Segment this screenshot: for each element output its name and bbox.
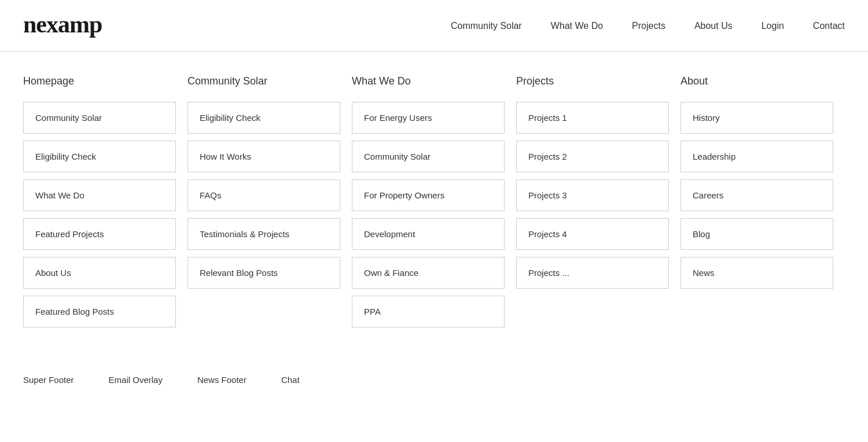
nav-contact[interactable]: Contact	[813, 21, 845, 31]
column-projects: ProjectsProjects 1Projects 2Projects 3Pr…	[516, 75, 681, 334]
main-content: HomepageCommunity SolarEligibility Check…	[0, 52, 868, 346]
column-about: AboutHistoryLeadershipCareersBlogNews	[681, 75, 845, 334]
nav-card-homepage-2[interactable]: What We Do	[23, 179, 176, 211]
main-nav: Community Solar What We Do Projects Abou…	[451, 21, 845, 31]
nav-card-what-we-do-4[interactable]: Own & Fiance	[352, 257, 505, 289]
nav-card-about-4[interactable]: News	[681, 257, 833, 289]
nav-card-projects-1[interactable]: Projects 2	[516, 141, 669, 172]
column-title-about: About	[681, 75, 833, 90]
nav-card-what-we-do-5[interactable]: PPA	[352, 296, 505, 327]
column-community-solar: Community SolarEligibility CheckHow It W…	[187, 75, 352, 334]
column-title-homepage: Homepage	[23, 75, 176, 90]
nav-card-projects-2[interactable]: Projects 3	[516, 179, 669, 211]
nav-projects[interactable]: Projects	[632, 21, 665, 31]
columns-wrapper: HomepageCommunity SolarEligibility Check…	[23, 75, 845, 334]
footer-item-2[interactable]: News Footer	[197, 375, 247, 385]
nav-card-homepage-5[interactable]: Featured Blog Posts	[23, 296, 176, 327]
nav-community-solar[interactable]: Community Solar	[451, 21, 522, 31]
nav-card-what-we-do-3[interactable]: Development	[352, 218, 505, 250]
nav-card-about-1[interactable]: Leadership	[681, 141, 833, 172]
nav-card-community-solar-2[interactable]: FAQs	[187, 179, 340, 211]
column-title-community-solar: Community Solar	[187, 75, 340, 90]
footer-item-0[interactable]: Super Footer	[23, 375, 74, 385]
column-what-we-do: What We DoFor Energy UsersCommunity Sola…	[352, 75, 516, 334]
column-title-what-we-do: What We Do	[352, 75, 505, 90]
logo[interactable]: nexamp	[23, 9, 139, 43]
nav-card-what-we-do-1[interactable]: Community Solar	[352, 141, 505, 172]
nav-what-we-do[interactable]: What We Do	[551, 21, 603, 31]
svg-text:nexamp: nexamp	[23, 11, 102, 38]
column-title-projects: Projects	[516, 75, 669, 90]
column-homepage: HomepageCommunity SolarEligibility Check…	[23, 75, 187, 334]
nav-card-community-solar-3[interactable]: Testimonials & Projects	[187, 218, 340, 250]
footer-item-3[interactable]: Chat	[281, 375, 300, 385]
nav-card-projects-4[interactable]: Projects ...	[516, 257, 669, 289]
nav-card-homepage-1[interactable]: Eligibility Check	[23, 141, 176, 172]
header: nexamp Community Solar What We Do Projec…	[0, 0, 868, 52]
nav-card-homepage-3[interactable]: Featured Projects	[23, 218, 176, 250]
nav-card-community-solar-0[interactable]: Eligibility Check	[187, 102, 340, 134]
nav-card-what-we-do-2[interactable]: For Property Owners	[352, 179, 505, 211]
nav-about-us[interactable]: About Us	[694, 21, 733, 31]
nav-card-about-2[interactable]: Careers	[681, 179, 833, 211]
footer-bar: Super FooterEmail OverlayNews FooterChat	[0, 358, 868, 402]
nav-card-community-solar-1[interactable]: How It Works	[187, 141, 340, 172]
nav-card-homepage-0[interactable]: Community Solar	[23, 102, 176, 134]
nav-card-homepage-4[interactable]: About Us	[23, 257, 176, 289]
nav-card-projects-3[interactable]: Projects 4	[516, 218, 669, 250]
nav-card-community-solar-4[interactable]: Relevant Blog Posts	[187, 257, 340, 289]
nav-card-projects-0[interactable]: Projects 1	[516, 102, 669, 134]
nav-card-about-3[interactable]: Blog	[681, 218, 833, 250]
nav-card-about-0[interactable]: History	[681, 102, 833, 134]
footer-item-1[interactable]: Email Overlay	[109, 375, 163, 385]
nav-login[interactable]: Login	[762, 21, 784, 31]
nav-card-what-we-do-0[interactable]: For Energy Users	[352, 102, 505, 134]
